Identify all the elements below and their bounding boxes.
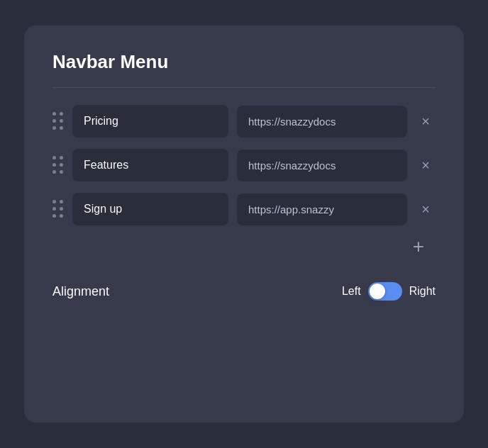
- drag-dot: [52, 170, 56, 174]
- remove-button[interactable]: ×: [416, 111, 436, 131]
- drag-dot: [60, 214, 63, 218]
- label-input[interactable]: [72, 193, 228, 225]
- url-input[interactable]: [237, 150, 407, 181]
- alignment-toggle[interactable]: [368, 282, 402, 301]
- label-input[interactable]: [72, 105, 228, 138]
- drag-dot: [52, 119, 56, 123]
- drag-dot: [52, 126, 56, 130]
- remove-button[interactable]: ×: [416, 199, 436, 219]
- divider: [52, 87, 436, 88]
- drag-handle[interactable]: [52, 156, 64, 174]
- drag-dot: [60, 112, 63, 116]
- menu-rows: × ×: [52, 105, 436, 225]
- drag-dot: [60, 126, 63, 130]
- remove-button[interactable]: ×: [416, 155, 436, 175]
- menu-row: ×: [52, 193, 436, 225]
- drag-handle[interactable]: [52, 200, 64, 218]
- drag-dot: [52, 156, 56, 159]
- drag-dot: [60, 163, 63, 167]
- drag-handle[interactable]: [52, 112, 64, 130]
- panel-title: Navbar Menu: [52, 51, 436, 73]
- navbar-menu-panel: Navbar Menu ×: [24, 26, 464, 422]
- menu-row: ×: [52, 149, 436, 181]
- alignment-row: Alignment Left Right: [52, 276, 436, 301]
- url-input[interactable]: [237, 194, 407, 225]
- alignment-controls: Left Right: [342, 282, 436, 301]
- label-input[interactable]: [72, 149, 228, 181]
- add-button-row: +: [52, 234, 436, 259]
- url-input[interactable]: [237, 106, 407, 138]
- drag-dot: [52, 207, 56, 211]
- alignment-label: Alignment: [52, 284, 109, 299]
- toggle-knob: [370, 284, 385, 299]
- right-label: Right: [409, 285, 436, 298]
- drag-dot: [60, 170, 63, 174]
- menu-row: ×: [52, 105, 436, 138]
- left-label: Left: [342, 285, 361, 298]
- drag-dot: [52, 214, 56, 218]
- drag-dot: [60, 200, 63, 203]
- drag-dot: [52, 112, 56, 116]
- drag-dot: [52, 163, 56, 167]
- drag-dot: [60, 156, 63, 159]
- drag-dot: [52, 200, 56, 203]
- drag-dot: [60, 207, 63, 211]
- drag-dot: [60, 119, 63, 123]
- add-item-button[interactable]: +: [407, 234, 430, 259]
